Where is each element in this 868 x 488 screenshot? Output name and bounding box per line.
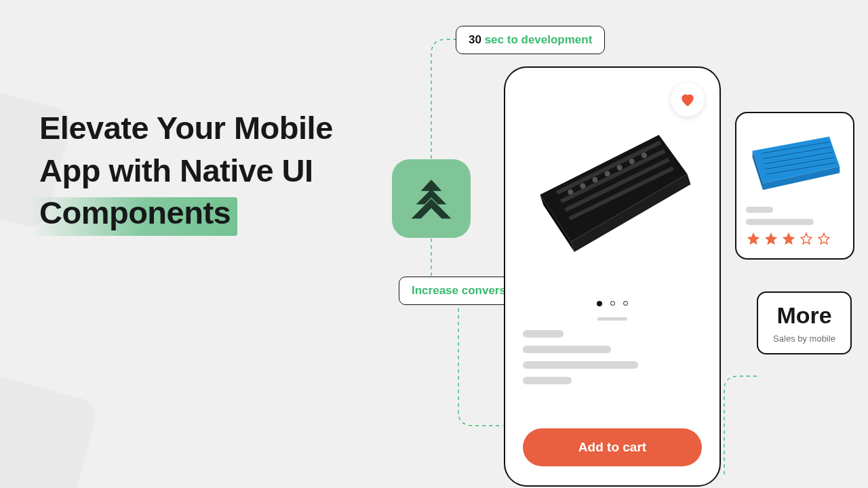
headline-line1: Elevate Your Mobile — [39, 110, 333, 146]
headline-highlighted: Components — [39, 192, 231, 235]
callout-top-bold: 30 — [469, 33, 481, 46]
favorite-button[interactable] — [671, 83, 705, 117]
star-outline-icon — [816, 231, 831, 246]
heart-icon — [679, 91, 696, 108]
svg-marker-2 — [412, 199, 452, 218]
rating-stars — [746, 231, 844, 246]
skeleton-price — [523, 377, 572, 384]
skeleton-line-1 — [523, 346, 611, 353]
product-image-area — [515, 77, 710, 301]
card-skeleton-2 — [746, 219, 814, 225]
carousel-dots[interactable] — [515, 301, 710, 310]
phone-mockup: Add to cart — [504, 66, 721, 487]
stat-subtitle: Sales by mobile — [768, 333, 841, 344]
headline-line2: App with Native UI — [39, 152, 313, 188]
product-image-synth-black — [517, 109, 708, 269]
sheet-grabber[interactable] — [597, 317, 627, 321]
phone-screen: Add to cart — [515, 77, 710, 476]
product-card-image — [746, 123, 844, 197]
carousel-dot-3[interactable] — [623, 301, 628, 306]
skeleton-line-2 — [523, 361, 638, 369]
star-icon — [781, 231, 796, 246]
carousel-dot-1[interactable] — [597, 301, 602, 306]
skeleton-title — [523, 330, 564, 338]
stat-card-more: More Sales by mobile — [757, 291, 852, 354]
hero-canvas: Elevate Your Mobile App with Native UI C… — [0, 0, 868, 488]
card-skeleton-1 — [746, 207, 773, 213]
app-logo-icon — [408, 175, 455, 222]
page-headline: Elevate Your Mobile App with Native UI C… — [39, 107, 358, 235]
callout-top: 30 sec to development — [456, 26, 605, 54]
app-icon — [392, 159, 471, 238]
star-icon — [746, 231, 761, 246]
add-to-cart-button[interactable]: Add to cart — [523, 428, 702, 466]
carousel-dot-2[interactable] — [610, 301, 615, 306]
star-outline-icon — [799, 231, 814, 246]
headline-highlighted-text: Components — [39, 195, 231, 230]
product-image-synth-blue — [746, 126, 844, 194]
callout-top-rest: sec to development — [481, 33, 592, 46]
product-card[interactable] — [735, 112, 854, 260]
stat-title: More — [768, 304, 841, 327]
bg-shape-2 — [0, 361, 100, 488]
star-icon — [764, 231, 778, 246]
